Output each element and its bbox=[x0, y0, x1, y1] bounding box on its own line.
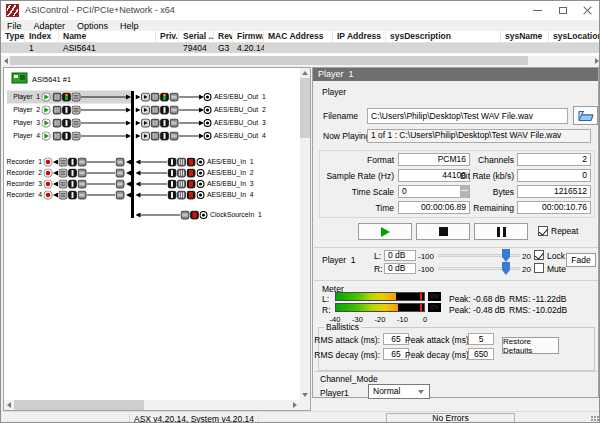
play-icon[interactable] bbox=[42, 132, 50, 140]
meter-icon[interactable] bbox=[69, 180, 77, 188]
clock-status-icon[interactable] bbox=[191, 211, 199, 219]
col-sysdescription[interactable]: sysDescription bbox=[386, 31, 501, 42]
volume-icon[interactable] bbox=[151, 106, 159, 114]
recorder-label[interactable]: Recorder 2 bbox=[6, 169, 42, 176]
input-label[interactable]: AES/EBU_In 1 bbox=[207, 158, 254, 166]
source-icon[interactable] bbox=[116, 180, 124, 188]
channel-mode-icon[interactable] bbox=[78, 169, 86, 177]
scroll-left-arrow-icon[interactable] bbox=[4, 400, 14, 410]
source-icon[interactable] bbox=[116, 191, 124, 199]
volume-icon[interactable] bbox=[53, 93, 61, 101]
mixer-icon[interactable] bbox=[72, 93, 80, 101]
volume-icon[interactable] bbox=[151, 119, 159, 127]
table-hscrollbar[interactable] bbox=[1, 56, 600, 65]
volume-l-input[interactable]: 0 dB bbox=[384, 250, 416, 261]
input-label[interactable]: AES/EBU_In 2 bbox=[207, 169, 254, 177]
fade-button[interactable]: Fade bbox=[566, 253, 596, 267]
recorder-3-node[interactable]: Recorder 3 AES/EBU_In 3 bbox=[6, 180, 253, 189]
input-node-icon[interactable] bbox=[197, 170, 204, 177]
lock-checkbox[interactable] bbox=[534, 250, 544, 260]
minimize-button[interactable] bbox=[524, 1, 550, 20]
meter-icon[interactable] bbox=[63, 93, 71, 101]
output-node-icon[interactable] bbox=[204, 133, 211, 140]
peak-attack-input[interactable]: 5 bbox=[468, 333, 494, 345]
col-mac-address[interactable]: MAC Address bbox=[264, 31, 333, 42]
col-name[interactable]: Name bbox=[59, 31, 156, 42]
output-node-icon[interactable] bbox=[204, 107, 211, 114]
volume-icon[interactable] bbox=[178, 158, 186, 166]
clock-source-node[interactable]: ClockSourceIn 1 bbox=[136, 211, 262, 219]
menu-options[interactable]: Options bbox=[71, 21, 114, 31]
tree-hscroll-thumb[interactable] bbox=[14, 400, 144, 410]
recorder-1-node[interactable]: Recorder 1 AES/EBU_In 1 bbox=[6, 158, 253, 167]
play-icon[interactable] bbox=[42, 106, 50, 114]
tree-vscrollbar[interactable] bbox=[300, 68, 310, 400]
clock-node-icon[interactable] bbox=[200, 212, 207, 219]
channel-mode-icon[interactable] bbox=[78, 191, 86, 199]
source-icon[interactable] bbox=[116, 169, 124, 177]
source-icon[interactable] bbox=[142, 106, 150, 114]
input-label[interactable]: AES/EBU_In 3 bbox=[207, 180, 254, 188]
record-icon[interactable] bbox=[44, 191, 52, 199]
tree-adapter-node[interactable]: ASI5641 #1 bbox=[12, 73, 71, 84]
col-priv[interactable]: Priv. bbox=[156, 31, 179, 42]
channel-mode-icon[interactable] bbox=[170, 132, 178, 140]
volume-icon[interactable] bbox=[151, 132, 159, 140]
meter-icon[interactable] bbox=[69, 158, 77, 166]
adapter-row[interactable]: 1 ASI5641 79404 G3 4.20.14 bbox=[1, 43, 600, 53]
stop-button[interactable] bbox=[416, 223, 470, 240]
recorder-label[interactable]: Recorder 1 bbox=[6, 158, 42, 165]
restore-defaults-button[interactable]: Restore Defaults bbox=[502, 337, 559, 354]
recorder-label[interactable]: Recorder 3 bbox=[6, 180, 42, 187]
meter-icon[interactable] bbox=[161, 93, 169, 101]
meter-icon[interactable] bbox=[161, 132, 169, 140]
volume-icon[interactable] bbox=[178, 191, 186, 199]
col-ip-address[interactable]: IP Address bbox=[333, 31, 386, 42]
volume-icon[interactable] bbox=[53, 132, 61, 140]
mixer-icon[interactable] bbox=[59, 169, 67, 177]
mixer-icon[interactable] bbox=[72, 106, 80, 114]
mixer-icon[interactable] bbox=[59, 180, 67, 188]
table-hscroll-thumb[interactable] bbox=[10, 56, 528, 65]
recorder-4-node[interactable]: Recorder 4 AES/EBU_In 4 bbox=[6, 191, 253, 200]
adapter-tree-label[interactable]: ASI5641 #1 bbox=[32, 75, 71, 84]
source-icon[interactable] bbox=[142, 93, 150, 101]
meter-icon[interactable] bbox=[63, 106, 71, 114]
mute-checkbox[interactable] bbox=[534, 263, 544, 273]
channel-mode-icon[interactable] bbox=[170, 119, 178, 127]
col-sysname[interactable]: sysName bbox=[501, 31, 549, 42]
col-serial[interactable]: Serial ... bbox=[179, 31, 214, 42]
scroll-up-arrow-icon[interactable] bbox=[300, 68, 310, 78]
player-4-node[interactable]: Player 4 AES/EBU_Out 4 bbox=[13, 132, 266, 141]
menu-help[interactable]: Help bbox=[114, 21, 145, 31]
output-label[interactable]: AES/EBU_Out 4 bbox=[214, 132, 266, 140]
browse-button[interactable] bbox=[573, 106, 598, 125]
scroll-down-arrow-icon[interactable] bbox=[300, 390, 310, 400]
volume-icon[interactable] bbox=[178, 180, 186, 188]
peak-decay-input[interactable]: 650 bbox=[468, 348, 494, 360]
menu-adapter[interactable]: Adapter bbox=[28, 21, 72, 31]
resize-grip[interactable] bbox=[591, 416, 599, 423]
mixer-icon[interactable] bbox=[72, 119, 80, 127]
mixer-icon[interactable] bbox=[59, 191, 67, 199]
col-firmware[interactable]: Firmwa... bbox=[233, 31, 264, 42]
player-label[interactable]: Player 3 bbox=[13, 119, 40, 127]
input-node-icon[interactable] bbox=[197, 159, 204, 166]
maximize-button[interactable] bbox=[550, 1, 576, 20]
filename-input[interactable]: C:\Users\Philip\Desktop\Test WAV File.wa… bbox=[367, 108, 568, 124]
source-icon[interactable] bbox=[142, 119, 150, 127]
col-type[interactable]: Type bbox=[1, 31, 25, 42]
recorder-2-node[interactable]: Recorder 2 AES/EBU_In 2 bbox=[6, 169, 253, 178]
output-label[interactable]: AES/EBU_Out 1 bbox=[214, 93, 266, 101]
channel-mode-icon[interactable] bbox=[170, 106, 178, 114]
source-icon[interactable] bbox=[142, 132, 150, 140]
col-index[interactable]: Index bbox=[25, 31, 59, 42]
meter-icon[interactable] bbox=[161, 119, 169, 127]
channel-mode-icon[interactable] bbox=[170, 93, 178, 101]
play-icon[interactable] bbox=[42, 119, 50, 127]
meter-icon[interactable] bbox=[168, 191, 176, 199]
close-button[interactable] bbox=[574, 1, 600, 20]
tree-vscroll-thumb[interactable] bbox=[300, 78, 310, 138]
level-icon[interactable] bbox=[187, 180, 195, 188]
record-icon[interactable] bbox=[44, 169, 52, 177]
